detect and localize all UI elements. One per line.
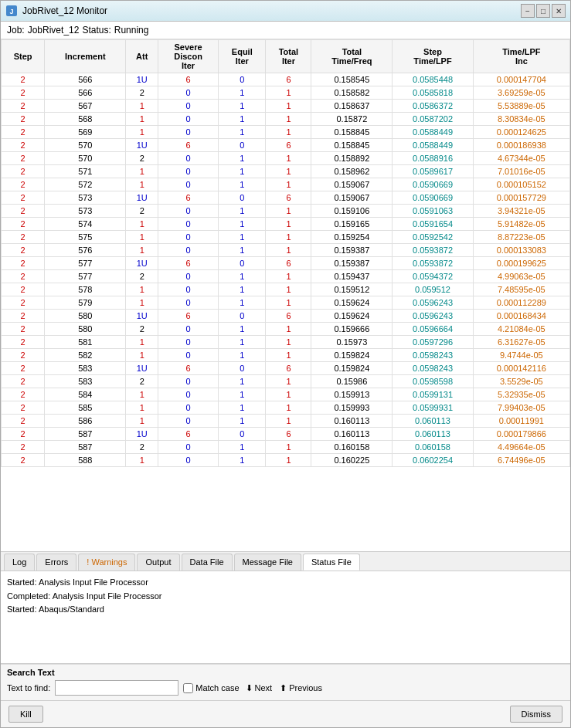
match-case-label[interactable]: Match case — [183, 683, 239, 693]
table-cell: 0 — [219, 257, 266, 270]
table-cell: 1U — [126, 191, 158, 205]
table-cell: 1 — [266, 388, 311, 401]
table-cell: 6.74496e-05 — [473, 454, 569, 467]
table-cell: 2 — [126, 205, 158, 218]
table-cell: 1 — [126, 113, 158, 126]
table-cell: 1U — [126, 139, 158, 152]
table-cell: 2 — [126, 86, 158, 100]
table-cell: 584 — [45, 388, 126, 401]
table-cell: 1 — [219, 283, 266, 296]
tab-warnings[interactable]: ! Warnings — [78, 554, 135, 571]
table-body: 25661U6060.1585450.05854480.000147704256… — [2, 73, 570, 467]
table-cell: 6 — [266, 362, 311, 375]
table-cell: 2 — [2, 441, 45, 454]
tab-data-file[interactable]: Data File — [182, 554, 233, 571]
table-cell: 0.0598598 — [393, 375, 473, 388]
tab-errors[interactable]: Errors — [36, 554, 76, 571]
table-cell: 5.53889e-05 — [473, 100, 569, 113]
table-row: 257510110.1592540.05925428.87223e-05 — [2, 231, 570, 244]
log-line: Started: Analysis Input File Processor — [7, 576, 564, 590]
table-cell: 0.159387 — [311, 244, 393, 257]
table-cell: 577 — [45, 270, 126, 283]
table-cell: 0.158845 — [311, 139, 393, 152]
table-cell: 2 — [2, 152, 45, 165]
table-cell: 0.0586372 — [393, 100, 473, 113]
table-cell: 0.159824 — [311, 362, 393, 375]
table-header-row: Step Increment Att SevereDisconIter Equi… — [2, 40, 570, 73]
maximize-button[interactable]: □ — [536, 4, 550, 18]
table-cell: 1 — [126, 415, 158, 428]
table-row: 258210110.1598240.05982439.4744e-05 — [2, 349, 570, 362]
table-row: 25731U6060.1590670.05906690.000157729 — [2, 191, 570, 205]
table-cell: 0.159437 — [311, 270, 393, 283]
table-row: 258610110.1601130.0601130.00011991 — [2, 415, 570, 428]
table-cell: 578 — [45, 283, 126, 296]
tab-status-file[interactable]: Status File — [303, 554, 360, 571]
tab-log[interactable]: Log — [4, 554, 35, 571]
table-cell: 1 — [266, 441, 311, 454]
table-cell: 1 — [126, 178, 158, 191]
table-cell: 2 — [2, 73, 45, 86]
tab-output[interactable]: Output — [137, 554, 179, 571]
table-cell: 0.0591063 — [393, 205, 473, 218]
table-cell: 0 — [219, 139, 266, 152]
table-cell: 6 — [266, 257, 311, 270]
table-cell: 2 — [2, 139, 45, 152]
table-cell: 4.49664e-05 — [473, 441, 569, 454]
table-cell: 2 — [2, 100, 45, 113]
minimize-button[interactable]: − — [521, 4, 535, 18]
table-cell: 0 — [158, 100, 218, 113]
next-button[interactable]: ⬇ Next — [244, 683, 274, 693]
table-row: 258410110.1599130.05991315.32935e-05 — [2, 388, 570, 401]
table-cell: 1 — [219, 441, 266, 454]
dismiss-button[interactable]: Dismiss — [510, 706, 563, 723]
table-cell: 0.000112289 — [473, 296, 569, 310]
col-time-lpf: Time/LPFInc — [473, 40, 569, 73]
table-cell: 0.0591654 — [393, 218, 473, 231]
table-cell: 570 — [45, 139, 126, 152]
table-cell: 3.5529e-05 — [473, 375, 569, 388]
table-cell: 2 — [2, 231, 45, 244]
table-cell: 0 — [219, 362, 266, 375]
col-total-time: TotalTime/Freq — [311, 40, 393, 73]
table-cell: 0 — [158, 388, 218, 401]
table-cell: 1 — [266, 349, 311, 362]
table-row: 25801U6060.1596240.05962430.000168434 — [2, 310, 570, 323]
table-cell: 6.31627e-05 — [473, 336, 569, 349]
table-cell: 0.0593872 — [393, 244, 473, 257]
table-cell: 6 — [266, 139, 311, 152]
table-cell: 0.0599131 — [393, 388, 473, 401]
kill-button[interactable]: Kill — [8, 706, 43, 723]
table-row: 258510110.1599930.05999317.99403e-05 — [2, 401, 570, 415]
data-table-container[interactable]: Step Increment Att SevereDisconIter Equi… — [1, 39, 570, 552]
previous-button[interactable]: ⬆ Previous — [278, 683, 324, 693]
table-cell: 2 — [2, 126, 45, 139]
table-cell: 0 — [158, 441, 218, 454]
table-cell: 1 — [126, 454, 158, 467]
table-cell: 1 — [126, 165, 158, 178]
table-cell: 1 — [219, 415, 266, 428]
status-value: Running — [114, 25, 149, 36]
match-case-checkbox[interactable] — [183, 683, 193, 693]
table-row: 257610110.1593870.05938720.000133083 — [2, 244, 570, 257]
bottom-bar: Kill Dismiss — [1, 700, 570, 727]
table-cell: 0.160113 — [311, 428, 393, 441]
table-cell: 0 — [158, 283, 218, 296]
table-cell: 581 — [45, 336, 126, 349]
table-cell: 0.159993 — [311, 401, 393, 415]
close-button[interactable]: ✕ — [552, 4, 566, 18]
search-input[interactable] — [55, 680, 178, 696]
table-cell: 2 — [2, 415, 45, 428]
table-cell: 0.0587202 — [393, 113, 473, 126]
table-cell: 0 — [158, 165, 218, 178]
tab-message-file[interactable]: Message File — [234, 554, 301, 571]
table-cell: 2 — [126, 441, 158, 454]
table-row: 256620110.1585820.05858183.69259e-05 — [2, 86, 570, 100]
table-cell: 1 — [126, 126, 158, 139]
title-bar: J JobRivet_12 Monitor − □ ✕ — [1, 1, 570, 22]
col-equil-iter: EquilIter — [219, 40, 266, 73]
table-cell: 7.48595e-05 — [473, 283, 569, 296]
table-row: 258110110.159730.05972966.31627e-05 — [2, 336, 570, 349]
table-cell: 0 — [158, 349, 218, 362]
table-cell: 0.0589617 — [393, 165, 473, 178]
